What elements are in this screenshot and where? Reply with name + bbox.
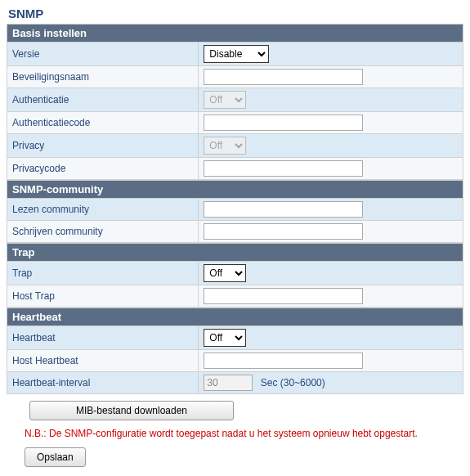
version-select[interactable]: Disable — [204, 45, 269, 63]
trap-label: Trap — [7, 262, 199, 285]
heartbeat-interval-input — [204, 375, 253, 391]
trap-host-label: Host Trap — [7, 285, 199, 308]
heartbeat-interval-suffix: Sec (30~6000) — [261, 377, 325, 388]
section-header-heartbeat: Heartbeat — [7, 308, 463, 326]
basic-table: Versie Disable Beveiligingsnaam Authenti… — [7, 42, 463, 180]
page-title: SNMP — [8, 7, 463, 20]
read-community-label: Lezen community — [7, 199, 199, 221]
write-community-label: Schrijven community — [7, 221, 199, 243]
authcode-label: Authenticatiecode — [7, 112, 199, 134]
privacy-label: Privacy — [7, 134, 199, 158]
authcode-input[interactable] — [204, 115, 363, 131]
secname-input[interactable] — [204, 69, 363, 85]
privacycode-input[interactable] — [204, 160, 363, 177]
section-header-basic: Basis instellen — [7, 24, 463, 42]
config-note: N.B.: De SNMP-configuratie wordt toegepa… — [25, 427, 463, 441]
heartbeat-label: Heartbeat — [7, 326, 199, 350]
version-label: Versie — [7, 43, 199, 66]
privacy-select: Off — [204, 137, 246, 155]
privacycode-label: Privacycode — [7, 158, 199, 180]
trap-select[interactable]: Off — [204, 264, 246, 282]
auth-label: Authenticatie — [7, 88, 199, 112]
heartbeat-select[interactable]: Off — [204, 329, 246, 347]
save-button[interactable]: Opslaan — [25, 447, 86, 467]
heartbeat-table: Heartbeat Off Host Heartbeat Heartbeat-i… — [7, 326, 463, 394]
download-mib-button[interactable]: MIB-bestand downloaden — [29, 401, 234, 420]
section-header-trap: Trap — [7, 243, 463, 261]
community-table: Lezen community Schrijven community — [7, 198, 463, 243]
section-header-community: SNMP-community — [7, 180, 463, 198]
trap-table: Trap Off Host Trap — [7, 261, 463, 308]
write-community-input[interactable] — [204, 223, 363, 240]
trap-host-input[interactable] — [204, 288, 363, 304]
heartbeat-host-input[interactable] — [204, 353, 363, 369]
read-community-input[interactable] — [204, 201, 363, 218]
heartbeat-interval-label: Heartbeat-interval — [7, 372, 199, 394]
secname-label: Beveiligingsnaam — [7, 66, 199, 88]
heartbeat-host-label: Host Heartbeat — [7, 350, 199, 372]
auth-select: Off — [204, 91, 246, 109]
